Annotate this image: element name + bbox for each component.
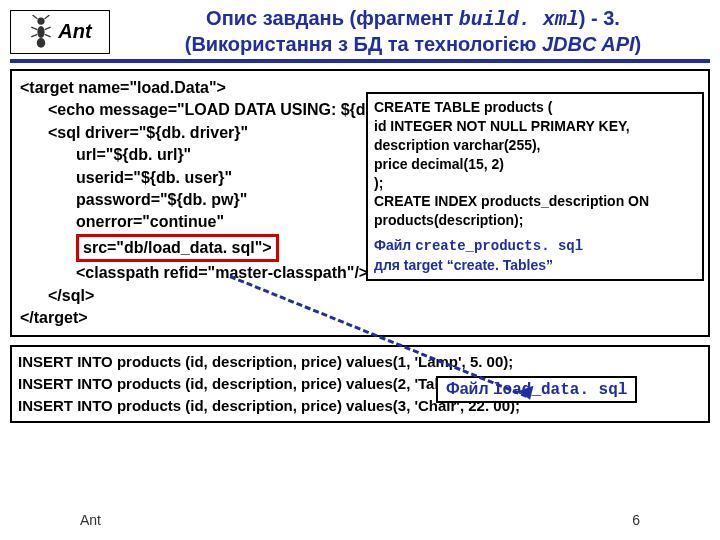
code-line: </target>	[20, 307, 700, 329]
slide-footer: Ant 6	[0, 512, 720, 528]
ant-logo: Ant	[10, 10, 110, 54]
sql-line: id INTEGER NOT NULL PRIMARY KEY,	[374, 117, 696, 136]
page-number: 6	[632, 512, 640, 528]
sql-line: description varchar(255),	[374, 136, 696, 155]
slide-title: Опис завдань (фрагмент build. xml) - 3. …	[116, 6, 710, 57]
svg-line-7	[32, 34, 38, 36]
svg-line-4	[45, 15, 50, 19]
sql-line: price decimal(15, 2)	[374, 155, 696, 174]
svg-line-6	[45, 27, 51, 29]
svg-line-3	[33, 15, 38, 19]
file-label: Файл create_products. sql	[374, 236, 696, 256]
target-note: для target “create. Tables”	[374, 256, 696, 275]
svg-point-1	[38, 25, 45, 37]
footer-label: Ant	[80, 512, 101, 528]
svg-line-5	[32, 27, 38, 29]
svg-line-8	[45, 34, 51, 36]
sql-line: CREATE TABLE products (	[374, 98, 696, 117]
title-bar: Ant Опис завдань (фрагмент build. xml) -…	[10, 6, 710, 63]
create-products-callout: CREATE TABLE products ( id INTEGER NOT N…	[366, 92, 704, 281]
logo-text: Ant	[58, 20, 91, 43]
ant-icon	[28, 15, 54, 49]
load-data-file-callout: Файл load_data. sql	[436, 376, 637, 403]
sql-line: );	[374, 174, 696, 193]
svg-point-2	[37, 38, 46, 48]
code-line: </sql>	[20, 285, 700, 307]
sql-line: CREATE INDEX products_description ON pro…	[374, 192, 696, 230]
svg-point-0	[38, 17, 45, 24]
highlight-src: src="db/load_data. sql">	[76, 234, 279, 262]
sql-line: INSERT INTO products (id, description, p…	[18, 351, 702, 373]
